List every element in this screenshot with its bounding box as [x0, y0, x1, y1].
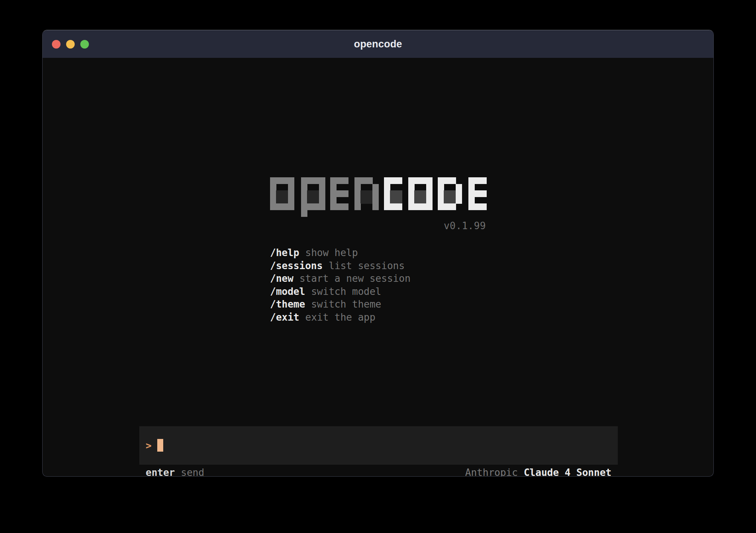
- command-name: /help: [270, 246, 299, 259]
- command-item: /helpshow help: [270, 246, 410, 259]
- command-description: list sessions: [329, 259, 405, 272]
- command-description: show help: [305, 246, 358, 259]
- command-description: switch theme: [311, 298, 381, 311]
- status-bar: enter send Anthropic Claude 4 Sonnet: [146, 466, 611, 477]
- close-button[interactable]: [52, 40, 61, 49]
- command-item: /sessionslist sessions: [270, 259, 410, 272]
- model-indicator: Anthropic Claude 4 Sonnet: [465, 466, 611, 477]
- command-name: /sessions: [270, 259, 323, 272]
- traffic-lights: [52, 30, 89, 58]
- command-list: /helpshow help/sessionslist sessions/new…: [270, 246, 410, 324]
- model-label: Claude 4 Sonnet: [524, 466, 611, 477]
- command-name: /model: [270, 285, 305, 298]
- command-name: /theme: [270, 298, 305, 311]
- keybind-hint: enter send: [146, 466, 204, 477]
- message-input[interactable]: >: [139, 426, 618, 465]
- window-titlebar[interactable]: opencode: [43, 30, 713, 58]
- enter-key-label: enter: [146, 466, 175, 477]
- command-item: /exitexit the app: [270, 311, 410, 324]
- command-item: /newstart a new session: [270, 272, 410, 285]
- command-description: switch model: [311, 285, 381, 298]
- prompt-symbol: >: [146, 426, 152, 465]
- window-title: opencode: [354, 38, 402, 50]
- version-label: v0.1.99: [444, 220, 486, 231]
- opencode-logo: [270, 177, 487, 217]
- command-description: start a new session: [300, 272, 410, 285]
- minimize-button[interactable]: [66, 40, 75, 49]
- send-action-label: send: [181, 466, 204, 477]
- text-cursor: [157, 439, 163, 452]
- command-description: exit the app: [305, 311, 375, 324]
- app-window: opencode v0.1.99 /helpshow help/sessions…: [42, 30, 714, 477]
- terminal-content: v0.1.99 /helpshow help/sessionslist sess…: [43, 58, 713, 477]
- command-item: /modelswitch model: [270, 285, 410, 298]
- provider-label: Anthropic: [465, 466, 518, 477]
- zoom-button[interactable]: [80, 40, 89, 49]
- command-name: /new: [270, 272, 294, 285]
- command-item: /themeswitch theme: [270, 298, 410, 311]
- command-name: /exit: [270, 311, 299, 324]
